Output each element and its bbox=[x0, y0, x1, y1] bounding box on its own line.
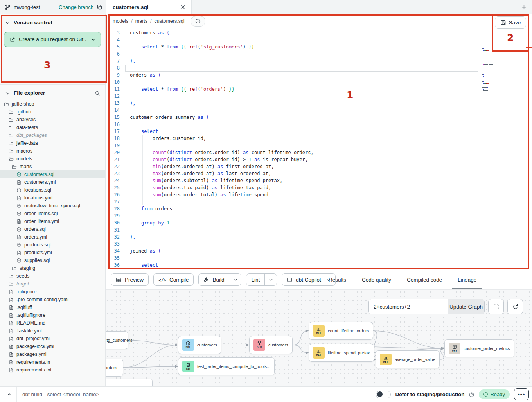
breadcrumb-item[interactable]: customers.sql bbox=[155, 18, 185, 24]
tree-item--pre-commit-config-yaml[interactable]: .pre-commit-config.yaml bbox=[0, 296, 105, 303]
code-line-16[interactable]: 16 bbox=[106, 121, 532, 128]
code-line-11[interactable]: 11 select * from {{ ref('orders') }} bbox=[106, 86, 532, 93]
refresh-button[interactable] bbox=[507, 299, 523, 314]
code-line-12[interactable]: 12 bbox=[106, 93, 532, 100]
help-icon[interactable] bbox=[469, 391, 474, 398]
code-line-17[interactable]: 17 select bbox=[106, 128, 532, 135]
tree-item-macros[interactable]: macros bbox=[0, 147, 105, 155]
code-line-35[interactable]: 35 bbox=[106, 255, 532, 262]
new-tab-button[interactable] bbox=[519, 2, 529, 12]
tree-item-dbt-packages[interactable]: dbt_packages bbox=[0, 131, 105, 139]
code-line-7[interactable]: 7), bbox=[106, 57, 532, 65]
tree-item-locations-yml[interactable]: locations.yml bbox=[0, 194, 105, 202]
copilot-pill-button[interactable] bbox=[191, 16, 205, 27]
copy-icon[interactable] bbox=[97, 4, 102, 11]
tree-item-requirements-in[interactable]: requirements.in bbox=[0, 358, 105, 366]
tree-item-supplies-sql[interactable]: supplies.sql bbox=[0, 257, 105, 264]
code-line-18[interactable]: 18 orders.customer_id, bbox=[106, 135, 532, 142]
create-pull-request-button[interactable]: Create a pull request on Git... bbox=[4, 32, 101, 47]
code-line-33[interactable]: 33 bbox=[106, 240, 532, 248]
minimap[interactable] bbox=[482, 41, 516, 93]
update-graph-button[interactable]: Update Graph bbox=[448, 299, 484, 314]
create-pull-request-main[interactable]: Create a pull request on Git... bbox=[4, 32, 86, 47]
lineage-node-stg_customers[interactable]: MDLstg_customers bbox=[106, 331, 128, 349]
build-button[interactable]: Build bbox=[198, 273, 241, 286]
code-line-9[interactable]: 9orders as ( bbox=[106, 72, 532, 79]
tree-item-jaffle-shop[interactable]: jaffle-shop bbox=[0, 100, 105, 108]
tree-item-jaffle-data[interactable]: jaffle-data bbox=[0, 139, 105, 147]
fullscreen-button[interactable] bbox=[488, 299, 504, 314]
tree-item-requirements-txt[interactable]: requirements.txt bbox=[0, 366, 105, 374]
tree-item-taskfile-yml[interactable]: Taskfile.yml bbox=[0, 327, 105, 335]
button-main[interactable]: </>Compile bbox=[154, 274, 193, 285]
compile-button[interactable]: </>Compile bbox=[153, 273, 194, 286]
lineage-node-average_order_value[interactable]: METaverage_order_value bbox=[376, 350, 440, 368]
lineage-node-customers_mdl[interactable]: MDLcustomers bbox=[178, 336, 221, 354]
tree-item--github[interactable]: .github bbox=[0, 108, 105, 116]
tree-item-orders-sql[interactable]: orders.sql bbox=[0, 225, 105, 233]
lineage-node-lifetime_spend_pretax[interactable]: METlifetime_spend_pretax bbox=[309, 344, 374, 362]
code-line-10[interactable]: 10 bbox=[106, 79, 532, 86]
button-main[interactable]: Lint bbox=[246, 274, 264, 285]
lineage-node-orders[interactable]: MDLorders bbox=[106, 359, 123, 377]
dropdown-caret[interactable] bbox=[264, 274, 277, 285]
save-button[interactable]: Save bbox=[495, 16, 526, 29]
tab-results[interactable]: Results bbox=[323, 270, 352, 289]
code-line-26[interactable]: 26 sum(orders.order_total) as lifetime_s… bbox=[106, 191, 532, 198]
button-main[interactable]: dbt Copilot bbox=[282, 274, 326, 285]
tree-item-data-tests[interactable]: data-tests bbox=[0, 124, 105, 131]
code-line-20[interactable]: 20 count(distinct orders.order_id) as co… bbox=[106, 149, 532, 156]
lineage-node-customer_order_metrics[interactable]: QRYcustomer_order_metrics bbox=[444, 339, 514, 357]
code-line-15[interactable]: 15customer_orders_summary as ( bbox=[106, 114, 532, 121]
code-line-22[interactable]: 22 min(orders.ordered_at) as first_order… bbox=[106, 163, 532, 170]
tree-item-packages-yml[interactable]: packages.yml bbox=[0, 350, 105, 358]
code-line-28[interactable]: 28 from orders bbox=[106, 205, 532, 212]
breadcrumb-item[interactable]: marts bbox=[135, 18, 147, 24]
code-line-30[interactable]: 30 group by 1 bbox=[106, 219, 532, 226]
code-line-19[interactable]: 19 bbox=[106, 142, 532, 149]
tree-item-package-lock-yml[interactable]: package-lock.yml bbox=[0, 343, 105, 350]
preview-button[interactable]: Preview bbox=[111, 273, 149, 286]
tree-item-target[interactable]: target bbox=[0, 280, 105, 288]
tree-item-staging[interactable]: staging bbox=[0, 264, 105, 272]
file-explorer-header[interactable]: File explorer bbox=[0, 85, 105, 99]
tree-item--sqlfluffignore[interactable]: .sqlfluffignore bbox=[0, 311, 105, 319]
lineage-node-test_bools[interactable]: TSTtest_order_items_compute_to_bools... bbox=[178, 357, 275, 375]
tree-item-locations-sql[interactable]: locations.sql bbox=[0, 186, 105, 194]
code-line-23[interactable]: 23 max(orders.ordered_at) as last_ordere… bbox=[106, 170, 532, 177]
tree-item-seeds[interactable]: seeds bbox=[0, 272, 105, 280]
code-line-34[interactable]: 34joined as ( bbox=[106, 248, 532, 255]
tree-item--sqlfluff[interactable]: .sqlfluff bbox=[0, 303, 105, 311]
code-line-5[interactable]: 5 select * from {{ ref('stg_customers') … bbox=[106, 43, 532, 50]
button-main[interactable]: Build bbox=[199, 274, 229, 285]
close-icon[interactable] bbox=[180, 4, 186, 11]
code-line-4[interactable]: 4 bbox=[106, 36, 532, 43]
defer-toggle[interactable] bbox=[376, 391, 391, 398]
code-line-31[interactable]: 31 bbox=[106, 226, 532, 233]
tree-item-products-sql[interactable]: products.sql bbox=[0, 241, 105, 249]
code-line-14[interactable]: 14 bbox=[106, 107, 532, 114]
search-icon[interactable] bbox=[95, 90, 101, 96]
lineage-node-count_lifetime_orders[interactable]: METcount_lifetime_orders bbox=[309, 322, 373, 340]
pull-request-dropdown-caret[interactable] bbox=[86, 32, 101, 47]
tree-item-models[interactable]: models bbox=[0, 155, 105, 163]
lineage-panel[interactable]: MDLstg_customersMDLordersMDLcustomersTST… bbox=[106, 289, 532, 387]
tree-item--gitignore[interactable]: .gitignore bbox=[0, 288, 105, 296]
tab-code-quality[interactable]: Code quality bbox=[356, 270, 397, 289]
tab-compiled-code[interactable]: Compiled code bbox=[401, 270, 448, 289]
code-line-13[interactable]: 13), bbox=[106, 100, 532, 107]
tree-item-readme-md[interactable]: README.md bbox=[0, 319, 105, 327]
change-branch-link[interactable]: Change branch bbox=[59, 4, 93, 10]
command-input[interactable]: dbt build --select <model_name> bbox=[22, 387, 99, 402]
dropdown-caret[interactable] bbox=[229, 274, 241, 285]
tree-item-order-items-sql[interactable]: order_items.sql bbox=[0, 210, 105, 217]
tree-item-products-yml[interactable]: products.yml bbox=[0, 249, 105, 257]
tree-item-orders-yml[interactable]: orders.yml bbox=[0, 233, 105, 241]
code-line-27[interactable]: 27 bbox=[106, 198, 532, 205]
code-area[interactable]: 23customers as (45 select * from {{ ref(… bbox=[106, 28, 532, 270]
button-main[interactable]: Preview bbox=[111, 274, 148, 285]
tree-item-dbt-project-yml[interactable]: dbt_project.yml bbox=[0, 335, 105, 343]
tree-item-marts[interactable]: marts bbox=[0, 163, 105, 170]
code-line-24[interactable]: 24 sum(orders.subtotal) as lifetime_spen… bbox=[106, 177, 532, 184]
code-line-8[interactable]: 8 bbox=[106, 65, 532, 72]
